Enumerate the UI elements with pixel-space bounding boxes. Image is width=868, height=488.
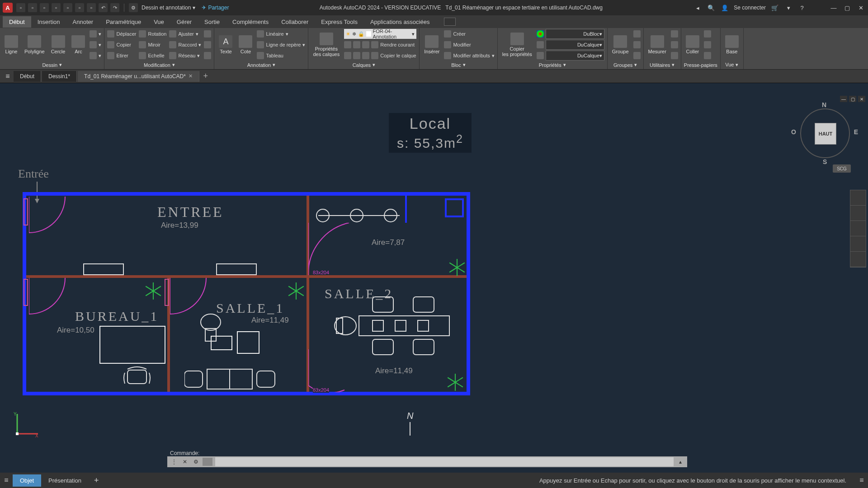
groupe-button[interactable]: Groupe	[610, 34, 631, 55]
tab-parametrique[interactable]: Paramétrique	[99, 16, 147, 28]
clip-btn3[interactable]	[704, 52, 711, 59]
plot-icon[interactable]: ▫	[75, 3, 84, 12]
tab-insertion[interactable]: Insertion	[31, 16, 66, 28]
app-switch-icon[interactable]: ▾	[784, 3, 793, 12]
vp-max-icon[interactable]: ▢	[849, 96, 856, 102]
lineaire-button[interactable]: Linéaire ▾	[257, 29, 305, 39]
nav-pan-icon[interactable]	[850, 206, 866, 221]
hatch-button[interactable]: ▾	[90, 40, 101, 50]
nav-orbit-icon[interactable]	[850, 236, 866, 252]
calques-prop-button[interactable]: Propriétés des calques	[311, 32, 341, 58]
add-layout-button[interactable]: +	[89, 476, 104, 485]
layer-btn6[interactable]	[353, 52, 360, 59]
featured-apps-icon[interactable]	[444, 18, 456, 26]
mod-extra3[interactable]	[204, 51, 211, 61]
viewcube-n[interactable]: N	[822, 101, 826, 108]
doc-tab-debut[interactable]: Début	[14, 71, 41, 82]
close-window-icon[interactable]: ✕	[856, 3, 865, 12]
back-icon[interactable]: ◂	[693, 3, 702, 12]
color-dropdown[interactable]: DuBloc ▾	[546, 29, 604, 39]
util-btn2[interactable]	[671, 41, 678, 48]
open-icon[interactable]: ▫	[28, 3, 37, 12]
copier-props-button[interactable]: Copier les propriétés	[500, 32, 534, 58]
layout-menu-icon[interactable]: ≡	[0, 476, 13, 484]
color-button[interactable]	[537, 30, 544, 38]
cmd-up-icon[interactable]: ▴	[676, 458, 684, 466]
minimize-icon[interactable]: —	[829, 3, 838, 12]
tableau-button[interactable]: Tableau	[257, 51, 305, 61]
tab-presentation[interactable]: Présentation	[41, 474, 89, 487]
tab-objet[interactable]: Objet	[13, 474, 41, 487]
ligne-button[interactable]: Ligne	[3, 34, 20, 55]
copier-calque-button[interactable]: Copier le calque	[380, 53, 416, 58]
app-logo[interactable]: A	[3, 3, 13, 13]
layer-btn7[interactable]	[362, 52, 369, 59]
tab-express[interactable]: Express Tools	[315, 16, 364, 28]
cote-button[interactable]: Cote	[237, 34, 254, 55]
arc-button[interactable]: Arc	[70, 34, 87, 55]
ajuster-button[interactable]: Ajuster ▾	[169, 29, 201, 39]
help-icon[interactable]: ?	[797, 3, 807, 12]
tab-apps[interactable]: Applications associées	[364, 16, 436, 28]
mesurer-button[interactable]: Mesurer	[646, 34, 668, 55]
vp-min-icon[interactable]: —	[840, 96, 847, 102]
util-btn3[interactable]	[671, 52, 678, 59]
viewcube-face[interactable]: HAUT	[815, 123, 836, 145]
search-icon[interactable]: 🔍	[707, 3, 716, 12]
layer-btn4[interactable]	[371, 41, 378, 48]
nav-showmotion-icon[interactable]	[850, 252, 866, 267]
share-button[interactable]: ✈ Partager	[202, 5, 229, 11]
etirer-button[interactable]: Etirer	[107, 51, 136, 61]
signin-link[interactable]: Se connecter	[734, 5, 766, 11]
grp-btn2[interactable]	[633, 41, 641, 48]
lineweight-button[interactable]	[537, 41, 544, 48]
layer-btn5[interactable]	[344, 52, 351, 59]
echelle-button[interactable]: Echelle	[139, 51, 166, 61]
polyligne-button[interactable]: Polyligne	[23, 34, 47, 55]
user-icon[interactable]: 👤	[720, 3, 729, 12]
new-tab-button[interactable]: +	[200, 71, 211, 82]
mod-extra2[interactable]	[204, 40, 211, 50]
modifier-bloc-button[interactable]: Modifier	[444, 40, 494, 50]
mod-extra1[interactable]	[204, 29, 211, 39]
rect-button[interactable]: ▾	[90, 29, 101, 39]
rotation-button[interactable]: Rotation	[139, 29, 166, 39]
cercle-button[interactable]: Cercle	[49, 34, 67, 55]
tab-gerer[interactable]: Gérer	[170, 16, 198, 28]
raccord-button[interactable]: Raccord ▾	[169, 40, 201, 50]
command-input[interactable]	[215, 457, 674, 466]
layer-dropdown[interactable]: ☀❄🔒FOR-04-Annotation▾	[344, 29, 416, 39]
viewcube-e[interactable]: E	[854, 128, 858, 136]
cart-icon[interactable]: 🛒	[770, 3, 779, 12]
cmd-close-icon[interactable]: ✕	[181, 458, 189, 466]
copier-button[interactable]: Copier	[107, 40, 136, 50]
clip-btn2[interactable]	[704, 41, 711, 48]
rendre-courant-button[interactable]: Rendre courant	[380, 42, 415, 47]
lineweight-dropdown[interactable]: DuCalque ▾	[546, 40, 604, 50]
doc-tab-file[interactable]: Td_01 Réaménager u...utilisant AutoCAD*✕	[78, 71, 199, 82]
tab-debut[interactable]: Début	[3, 16, 31, 28]
save-icon[interactable]: ▫	[40, 3, 49, 12]
new-icon[interactable]: ▫	[16, 3, 25, 12]
nav-zoom-icon[interactable]	[850, 221, 866, 236]
texte-button[interactable]: ATexte	[217, 34, 234, 55]
util-btn1[interactable]	[671, 30, 678, 38]
undo-icon[interactable]: ↶	[99, 3, 108, 12]
deplacer-button[interactable]: Déplacer	[107, 29, 136, 39]
repere-button[interactable]: Ligne de repère ▾	[257, 40, 305, 50]
clip-btn1[interactable]	[704, 30, 711, 38]
cmd-options-icon[interactable]: ⚙	[192, 458, 200, 466]
base-button[interactable]: Base	[723, 34, 741, 55]
drawing-canvas[interactable]: — ▢ ✕ Local s: 55,3m2 Entrée	[0, 95, 868, 470]
tab-collaborer[interactable]: Collaborer	[275, 16, 315, 28]
grp-btn3[interactable]	[633, 52, 641, 59]
gear-icon[interactable]: ⚙	[129, 3, 138, 12]
saveas-icon[interactable]: ▫	[52, 3, 61, 12]
workspace-selector[interactable]: Dessin et annotation ▾	[142, 5, 195, 11]
inserer-button[interactable]: Insérer	[422, 34, 441, 55]
grp-btn1[interactable]	[633, 30, 641, 38]
layer-btn1[interactable]	[344, 41, 351, 48]
modifier-attribs-button[interactable]: Modifier attributs ▾	[444, 51, 494, 61]
reseau-button[interactable]: Réseau ▾	[169, 51, 201, 61]
ellipse-button[interactable]: ▾	[90, 51, 101, 61]
